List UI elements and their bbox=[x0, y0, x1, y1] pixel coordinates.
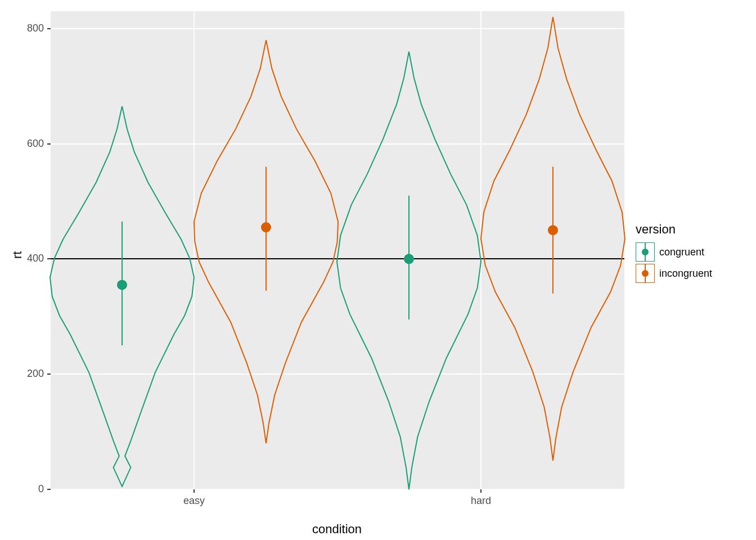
legend-title: version bbox=[636, 222, 712, 237]
legend-item: congruent bbox=[636, 242, 712, 262]
legend-key bbox=[636, 264, 655, 283]
pointrange-point bbox=[548, 225, 558, 235]
legend-item: incongruent bbox=[636, 264, 712, 283]
legend: version congruentincongruent bbox=[636, 222, 712, 285]
legend-key-line bbox=[645, 243, 646, 261]
legend-key bbox=[636, 242, 655, 262]
legend-label: incongruent bbox=[659, 268, 712, 280]
pointrange-point bbox=[404, 254, 414, 264]
legend-label: congruent bbox=[659, 246, 704, 258]
pointrange-point bbox=[261, 222, 271, 232]
legend-key-line bbox=[645, 264, 646, 282]
chart-page: rt condition 0200400600800easyhard versi… bbox=[0, 0, 756, 540]
pointrange-point bbox=[117, 280, 127, 290]
